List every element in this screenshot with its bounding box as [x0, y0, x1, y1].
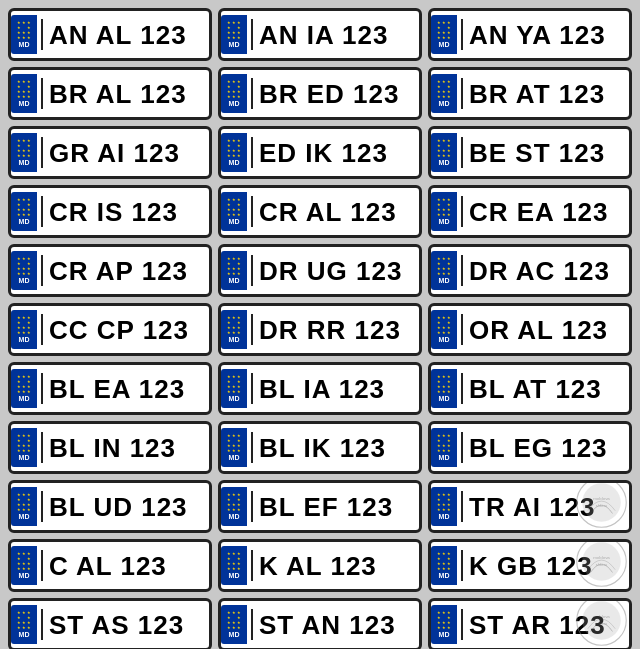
- license-plate: ★★★ ★★★ ★★★ ★★★ MD DR RR 123: [218, 303, 422, 356]
- license-plate: ★★★ ★★★ ★★★ ★★★ MD BL EG 123: [428, 421, 632, 474]
- plate-text: GR AI 123: [49, 140, 180, 166]
- svg-text:moldova: moldova: [593, 555, 610, 560]
- plate-text: BL IA 123: [259, 376, 385, 402]
- license-plate: ★★★ ★★★ ★★★ ★★★ MD TR AI 123 moldova shk…: [428, 480, 632, 533]
- license-plate: ★★★ ★★★ ★★★ ★★★ MD AN IA 123: [218, 8, 422, 61]
- plate-text: BE ST 123: [469, 140, 605, 166]
- plate-text: ST AR 123: [469, 612, 606, 638]
- plate-text: BL EA 123: [49, 376, 185, 402]
- plate-text: ED IK 123: [259, 140, 388, 166]
- plate-text: BL IK 123: [259, 435, 386, 461]
- plate-text: DR RR 123: [259, 317, 401, 343]
- svg-text:shki.ru: shki.ru: [596, 504, 607, 508]
- license-plate: ★★★ ★★★ ★★★ ★★★ MD CR AL 123: [218, 185, 422, 238]
- license-plate: ★★★ ★★★ ★★★ ★★★ MD BR ED 123: [218, 67, 422, 120]
- plate-text: AN IA 123: [259, 22, 388, 48]
- plate-text: K AL 123: [259, 553, 377, 579]
- plate-text: DR AC 123: [469, 258, 610, 284]
- plate-text: AN AL 123: [49, 22, 187, 48]
- plate-text: BL AT 123: [469, 376, 602, 402]
- license-plate: ★★★ ★★★ ★★★ ★★★ MD CR EA 123: [428, 185, 632, 238]
- license-plate: ★★★ ★★★ ★★★ ★★★ MD BL EF 123: [218, 480, 422, 533]
- license-plate: ★★★ ★★★ ★★★ ★★★ MD BE ST 123: [428, 126, 632, 179]
- plate-text: ST AS 123: [49, 612, 184, 638]
- license-plate: ★★★ ★★★ ★★★ ★★★ MD AN YA 123: [428, 8, 632, 61]
- license-plate: ★★★ ★★★ ★★★ ★★★ MD CR AP 123: [8, 244, 212, 297]
- svg-text:moldova: moldova: [593, 496, 610, 501]
- license-plate: ★★★ ★★★ ★★★ ★★★ MD ST AR 123 moldova shk…: [428, 598, 632, 649]
- plate-text: CR IS 123: [49, 199, 178, 225]
- license-plate: ★★★ ★★★ ★★★ ★★★ MD DR AC 123: [428, 244, 632, 297]
- license-plate: ★★★ ★★★ ★★★ ★★★ MD BR AL 123: [8, 67, 212, 120]
- plate-text: CR AL 123: [259, 199, 397, 225]
- license-plate: ★★★ ★★★ ★★★ ★★★ MD DR UG 123: [218, 244, 422, 297]
- plate-text: CC CP 123: [49, 317, 189, 343]
- license-plate: ★★★ ★★★ ★★★ ★★★ MD GR AI 123: [8, 126, 212, 179]
- license-plate: ★★★ ★★★ ★★★ ★★★ MD BL AT 123: [428, 362, 632, 415]
- license-plate: ★★★ ★★★ ★★★ ★★★ MD ED IK 123: [218, 126, 422, 179]
- license-plate: ★★★ ★★★ ★★★ ★★★ MD BL UD 123: [8, 480, 212, 533]
- license-plate: ★★★ ★★★ ★★★ ★★★ MD ST AN 123: [218, 598, 422, 649]
- plate-text: OR AL 123: [469, 317, 608, 343]
- plate-text: ST AN 123: [259, 612, 396, 638]
- plate-text: AN YA 123: [469, 22, 606, 48]
- plate-text: K GB 123: [469, 553, 593, 579]
- svg-text:shki.ru: shki.ru: [596, 563, 607, 567]
- plate-text: BL UD 123: [49, 494, 188, 520]
- plate-text: TR AI 123: [469, 494, 596, 520]
- license-plate: ★★★ ★★★ ★★★ ★★★ MD BL EA 123: [8, 362, 212, 415]
- license-plate: ★★★ ★★★ ★★★ ★★★ MD K GB 123 moldova shki…: [428, 539, 632, 592]
- license-plate: ★★★ ★★★ ★★★ ★★★ MD BL IN 123: [8, 421, 212, 474]
- license-plate: ★★★ ★★★ ★★★ ★★★ MD C AL 123: [8, 539, 212, 592]
- license-plate: ★★★ ★★★ ★★★ ★★★ MD CR IS 123: [8, 185, 212, 238]
- plate-text: BR ED 123: [259, 81, 400, 107]
- license-plate: ★★★ ★★★ ★★★ ★★★ MD CC CP 123: [8, 303, 212, 356]
- license-plate: ★★★ ★★★ ★★★ ★★★ MD OR AL 123: [428, 303, 632, 356]
- plate-text: CR EA 123: [469, 199, 609, 225]
- license-plate: ★★★ ★★★ ★★★ ★★★ MD BR AT 123: [428, 67, 632, 120]
- plate-text: BL IN 123: [49, 435, 176, 461]
- plate-text: DR UG 123: [259, 258, 402, 284]
- license-plate: ★★★ ★★★ ★★★ ★★★ MD ST AS 123: [8, 598, 212, 649]
- license-plate: ★★★ ★★★ ★★★ ★★★ MD K AL 123: [218, 539, 422, 592]
- plate-text: BL EF 123: [259, 494, 393, 520]
- plate-text: C AL 123: [49, 553, 167, 579]
- license-plates-grid: ★★★ ★★★ ★★★ ★★★ MD AN AL 123 ★★★ ★★★ ★★★…: [0, 0, 640, 649]
- plate-text: BR AT 123: [469, 81, 605, 107]
- plate-text: CR AP 123: [49, 258, 188, 284]
- license-plate: ★★★ ★★★ ★★★ ★★★ MD BL IA 123: [218, 362, 422, 415]
- license-plate: ★★★ ★★★ ★★★ ★★★ MD AN AL 123: [8, 8, 212, 61]
- license-plate: ★★★ ★★★ ★★★ ★★★ MD BL IK 123: [218, 421, 422, 474]
- plate-text: BL EG 123: [469, 435, 608, 461]
- plate-text: BR AL 123: [49, 81, 187, 107]
